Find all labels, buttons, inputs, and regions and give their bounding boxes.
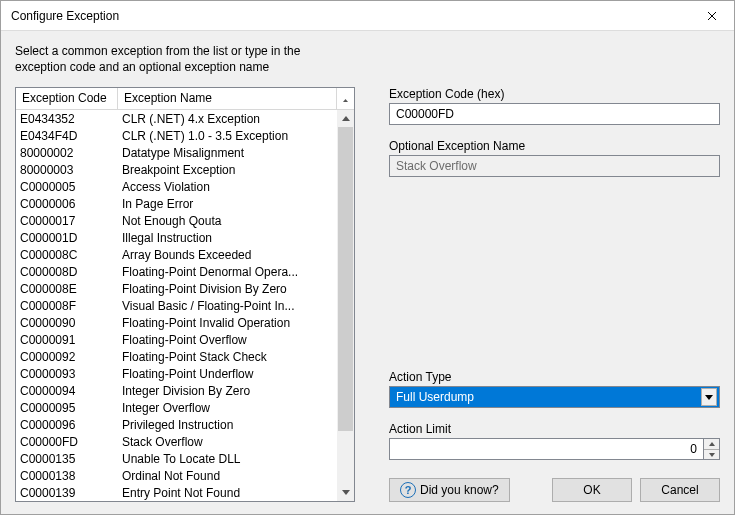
chevron-up-icon xyxy=(709,442,715,446)
cell-code: E0434352 xyxy=(16,112,118,126)
table-row[interactable]: C0000005Access Violation xyxy=(16,178,337,195)
table-row[interactable]: E0434F4DCLR (.NET) 1.0 - 3.5 Exception xyxy=(16,127,337,144)
header-scroll-gap xyxy=(337,88,354,109)
cell-name: Floating-Point Denormal Opera... xyxy=(118,265,337,279)
cell-name: Privileged Instruction xyxy=(118,418,337,432)
chevron-down-icon xyxy=(342,490,350,495)
cell-code: C0000094 xyxy=(16,384,118,398)
scroll-track[interactable] xyxy=(337,127,354,484)
cell-name: Floating-Point Stack Check xyxy=(118,350,337,364)
header-exception-code[interactable]: Exception Code xyxy=(16,88,118,109)
did-you-know-label: Did you know? xyxy=(420,483,499,497)
did-you-know-button[interactable]: ? Did you know? xyxy=(389,478,510,502)
table-row[interactable]: C000008EFloating-Point Division By Zero xyxy=(16,280,337,297)
header-exception-name[interactable]: Exception Name xyxy=(118,88,337,109)
close-button[interactable] xyxy=(689,1,734,30)
table-row[interactable]: E0434352CLR (.NET) 4.x Exception xyxy=(16,110,337,127)
cell-code: C0000135 xyxy=(16,452,118,466)
exception-code-input[interactable] xyxy=(389,103,720,125)
cell-name: Datatype Misalignment xyxy=(118,146,337,160)
cancel-button[interactable]: Cancel xyxy=(640,478,720,502)
table-row[interactable]: C0000138Ordinal Not Found xyxy=(16,467,337,484)
cell-code: C000008E xyxy=(16,282,118,296)
cell-name: Integer Overflow xyxy=(118,401,337,415)
client-area: Select a common exception from the list … xyxy=(1,31,734,515)
dropdown-arrow xyxy=(701,388,717,406)
exception-name-label: Optional Exception Name xyxy=(389,139,720,153)
cell-name: Access Violation xyxy=(118,180,337,194)
action-type-dropdown[interactable]: Full Userdump xyxy=(389,386,720,408)
cell-code: C000008C xyxy=(16,248,118,262)
list-header: Exception Code Exception Name xyxy=(16,88,354,110)
table-row[interactable]: C000001DIllegal Instruction xyxy=(16,229,337,246)
cell-name: Stack Overflow xyxy=(118,435,337,449)
table-row[interactable]: 80000003Breakpoint Exception xyxy=(16,161,337,178)
columns: Exception Code Exception Name E0434352CL… xyxy=(15,87,720,502)
scroll-down-button[interactable] xyxy=(337,484,354,501)
table-row[interactable]: C000008CArray Bounds Exceeded xyxy=(16,246,337,263)
table-row[interactable]: C00000FDStack Overflow xyxy=(16,433,337,450)
cell-code: C0000093 xyxy=(16,367,118,381)
chevron-down-icon xyxy=(705,395,713,400)
form-panel: Exception Code (hex) Optional Exception … xyxy=(389,87,720,502)
cell-code: C0000095 xyxy=(16,401,118,415)
table-row[interactable]: C0000139Entry Point Not Found xyxy=(16,484,337,501)
table-row[interactable]: C0000094Integer Division By Zero xyxy=(16,382,337,399)
cell-name: Floating-Point Invalid Operation xyxy=(118,316,337,330)
table-row[interactable]: C000008DFloating-Point Denormal Opera... xyxy=(16,263,337,280)
table-row[interactable]: C0000092Floating-Point Stack Check xyxy=(16,348,337,365)
cell-name: CLR (.NET) 4.x Exception xyxy=(118,112,337,126)
cell-name: Entry Point Not Found xyxy=(118,486,337,500)
exception-code-label: Exception Code (hex) xyxy=(389,87,720,101)
cell-code: C0000091 xyxy=(16,333,118,347)
cell-name: Integer Division By Zero xyxy=(118,384,337,398)
cell-code: E0434F4D xyxy=(16,129,118,143)
vertical-scrollbar[interactable] xyxy=(337,110,354,501)
action-type-value: Full Userdump xyxy=(396,390,701,404)
table-row[interactable]: C0000091Floating-Point Overflow xyxy=(16,331,337,348)
cell-code: C000001D xyxy=(16,231,118,245)
table-row[interactable]: 80000002Datatype Misalignment xyxy=(16,144,337,161)
scroll-up-button[interactable] xyxy=(337,110,354,127)
cell-code: C0000017 xyxy=(16,214,118,228)
spinner-up-button[interactable] xyxy=(704,439,719,450)
chevron-up-icon xyxy=(343,98,348,103)
titlebar: Configure Exception xyxy=(1,1,734,31)
table-row[interactable]: C000008FVisual Basic / Floating-Point In… xyxy=(16,297,337,314)
instructions-text: Select a common exception from the list … xyxy=(15,43,325,75)
table-row[interactable]: C0000006In Page Error xyxy=(16,195,337,212)
action-limit-input[interactable] xyxy=(389,438,703,460)
window-title: Configure Exception xyxy=(11,9,689,23)
chevron-down-icon xyxy=(709,453,715,457)
chevron-up-icon xyxy=(342,116,350,121)
cell-code: 80000002 xyxy=(16,146,118,160)
table-row[interactable]: C0000017Not Enough Qouta xyxy=(16,212,337,229)
cell-code: 80000003 xyxy=(16,163,118,177)
table-row[interactable]: C0000093Floating-Point Underflow xyxy=(16,365,337,382)
cell-code: C0000139 xyxy=(16,486,118,500)
spinner-down-button[interactable] xyxy=(704,450,719,460)
button-row: ? Did you know? OK Cancel xyxy=(389,478,720,502)
cell-code: C0000096 xyxy=(16,418,118,432)
exception-list-panel: Exception Code Exception Name E0434352CL… xyxy=(15,87,355,502)
ok-button[interactable]: OK xyxy=(552,478,632,502)
table-row[interactable]: C0000090Floating-Point Invalid Operation xyxy=(16,314,337,331)
list-body[interactable]: E0434352CLR (.NET) 4.x ExceptionE0434F4D… xyxy=(16,110,337,501)
cell-name: Floating-Point Underflow xyxy=(118,367,337,381)
cell-name: Unable To Locate DLL xyxy=(118,452,337,466)
table-row[interactable]: C0000095Integer Overflow xyxy=(16,399,337,416)
cell-name: Floating-Point Overflow xyxy=(118,333,337,347)
cell-name: Ordinal Not Found xyxy=(118,469,337,483)
cell-code: C0000005 xyxy=(16,180,118,194)
close-icon xyxy=(707,11,717,21)
cell-name: Array Bounds Exceeded xyxy=(118,248,337,262)
action-limit-spinner[interactable] xyxy=(389,438,720,460)
table-row[interactable]: C0000096Privileged Instruction xyxy=(16,416,337,433)
table-row[interactable]: C0000135Unable To Locate DLL xyxy=(16,450,337,467)
cell-code: C0000006 xyxy=(16,197,118,211)
exception-name-input[interactable] xyxy=(389,155,720,177)
question-icon: ? xyxy=(400,482,416,498)
cell-code: C000008F xyxy=(16,299,118,313)
exception-listbox[interactable]: Exception Code Exception Name E0434352CL… xyxy=(15,87,355,502)
scroll-thumb[interactable] xyxy=(338,127,353,430)
